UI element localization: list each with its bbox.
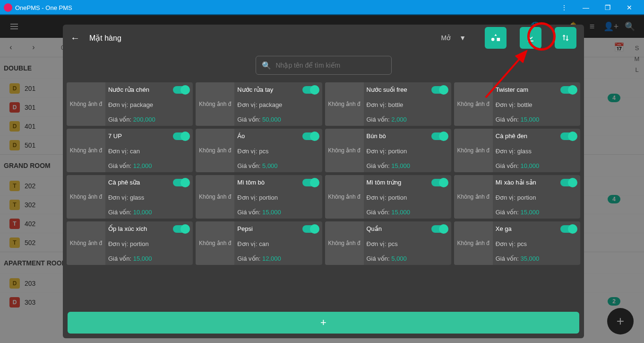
- item-toggle[interactable]: [560, 225, 576, 233]
- item-thumbnail: Không ảnh đ: [325, 221, 364, 265]
- item-thumbnail: Không ảnh đ: [67, 129, 105, 172]
- app-logo-icon: [4, 3, 12, 12]
- item-toggle[interactable]: [431, 179, 447, 186]
- item-toggle[interactable]: [560, 86, 576, 94]
- item-card[interactable]: Không ảnh đMì xào hải sảnĐơn vị: portion…: [454, 175, 580, 219]
- item-toggle[interactable]: [173, 86, 189, 94]
- item-toggle[interactable]: [173, 179, 189, 186]
- item-price: Giá vốn: 200,000: [108, 116, 193, 123]
- item-toggle[interactable]: [431, 86, 447, 94]
- item-card[interactable]: Không ảnh đMì tôm trứngĐơn vị: portionGi…: [325, 175, 451, 219]
- item-toggle[interactable]: [302, 86, 318, 94]
- item-unit: Đơn vị: portion: [237, 194, 322, 201]
- status-dropdown-label: Mở: [441, 34, 451, 42]
- item-price: Giá vốn: 15,000: [367, 162, 451, 169]
- item-unit: Đơn vị: bottle: [496, 101, 580, 108]
- search-icon: 🔍: [262, 61, 271, 70]
- item-price: Giá vốn: 15,000: [237, 209, 322, 216]
- item-thumbnail: Không ảnh đ: [454, 175, 493, 219]
- item-unit: Đơn vị: glass: [108, 194, 193, 201]
- item-card[interactable]: Không ảnh đNước suối freeĐơn vị: bottleG…: [325, 82, 451, 126]
- search-box[interactable]: 🔍: [256, 56, 392, 75]
- modal-title: Mặt hàng: [89, 34, 121, 43]
- item-thumbnail: Không ảnh đ: [196, 175, 234, 219]
- item-price: Giá vốn: 15,000: [367, 209, 451, 216]
- item-unit: Đơn vị: can: [237, 240, 322, 247]
- window-titlebar: OnePMS - One PMS ⋮ — ❐ ✕: [0, 0, 644, 15]
- item-price: Giá vốn: 10,000: [496, 162, 580, 169]
- item-price: Giá vốn: 10,000: [108, 209, 193, 216]
- item-thumbnail: Không ảnh đ: [67, 175, 105, 219]
- item-unit: Đơn vị: portion: [367, 148, 451, 155]
- item-unit: Đơn vị: portion: [496, 194, 580, 201]
- item-price: Giá vốn: 50,000: [237, 116, 322, 123]
- item-card[interactable]: Không ảnh đXe gaĐơn vị: pcsGiá vốn: 35,0…: [454, 221, 580, 265]
- item-price: Giá vốn: 15,000: [496, 209, 580, 216]
- item-card[interactable]: Không ảnh đTwister camĐơn vị: bottleGiá …: [454, 82, 580, 126]
- item-toggle[interactable]: [560, 132, 576, 140]
- item-card[interactable]: Không ảnh đCà phê sữaĐơn vị: glassGiá vố…: [67, 175, 193, 219]
- item-card[interactable]: Không ảnh đÁoĐơn vị: pcsGiá vốn: 5,000: [196, 129, 322, 172]
- item-toggle[interactable]: [560, 179, 576, 186]
- download-button[interactable]: [520, 27, 541, 49]
- window-more-button[interactable]: ⋮: [553, 0, 575, 15]
- item-card[interactable]: Không ảnh đQuầnĐơn vị: pcsGiá vốn: 5,000: [325, 221, 451, 265]
- back-button[interactable]: ←: [70, 33, 80, 44]
- item-card[interactable]: Không ảnh đỐp la xúc xíchĐơn vị: portion…: [67, 221, 193, 265]
- window-maximize-button[interactable]: ❐: [597, 0, 618, 15]
- item-price: Giá vốn: 35,000: [496, 255, 580, 262]
- add-item-button[interactable]: +: [68, 312, 579, 334]
- item-card[interactable]: Không ảnh đPepsiĐơn vị: canGiá vốn: 12,0…: [196, 221, 322, 265]
- item-unit: Đơn vị: bottle: [367, 101, 451, 108]
- item-card[interactable]: Không ảnh đCà phê đenĐơn vị: glassGiá vố…: [454, 129, 580, 172]
- window-close-button[interactable]: ✕: [618, 0, 640, 15]
- item-unit: Đơn vị: portion: [367, 194, 451, 201]
- item-price: Giá vốn: 15,000: [496, 116, 580, 123]
- items-modal: ← Mặt hàng Mở ▼ 🔍 Không ảnh đNước rửa ch…: [63, 25, 584, 338]
- item-toggle[interactable]: [302, 132, 318, 140]
- item-toggle[interactable]: [431, 225, 447, 233]
- item-price: Giá vốn: 12,000: [237, 255, 322, 262]
- item-thumbnail: Không ảnh đ: [67, 82, 105, 126]
- item-card[interactable]: Không ảnh đNước rửa tayĐơn vị: packageGi…: [196, 82, 322, 126]
- item-card[interactable]: Không ảnh đBún bòĐơn vị: portionGiá vốn:…: [325, 129, 451, 172]
- item-card[interactable]: Không ảnh đ7 UPĐơn vị: canGiá vốn: 12,00…: [67, 129, 193, 172]
- category-button[interactable]: [485, 27, 507, 49]
- item-price: Giá vốn: 12,000: [108, 162, 193, 169]
- item-toggle[interactable]: [431, 132, 447, 140]
- item-toggle[interactable]: [302, 225, 318, 233]
- item-toggle[interactable]: [302, 179, 318, 186]
- item-unit: Đơn vị: package: [108, 101, 193, 108]
- item-thumbnail: Không ảnh đ: [196, 221, 234, 265]
- item-unit: Đơn vị: package: [237, 101, 322, 108]
- item-price: Giá vốn: 15,000: [108, 255, 193, 262]
- chevron-down-icon: ▼: [459, 34, 466, 42]
- sort-button[interactable]: [555, 27, 576, 49]
- item-thumbnail: Không ảnh đ: [67, 221, 105, 265]
- item-thumbnail: Không ảnh đ: [454, 82, 493, 126]
- item-unit: Đơn vị: pcs: [367, 240, 451, 247]
- item-price: Giá vốn: 5,000: [237, 162, 322, 169]
- item-unit: Đơn vị: glass: [496, 148, 580, 155]
- window-minimize-button[interactable]: —: [575, 0, 597, 15]
- item-card[interactable]: Không ảnh đMì tôm bòĐơn vị: portionGiá v…: [196, 175, 322, 219]
- item-thumbnail: Không ảnh đ: [196, 82, 234, 126]
- item-card[interactable]: Không ảnh đNước rửa chénĐơn vị: packageG…: [67, 82, 193, 126]
- search-input[interactable]: [276, 62, 386, 69]
- item-thumbnail: Không ảnh đ: [325, 175, 364, 219]
- item-unit: Đơn vị: can: [108, 148, 193, 155]
- item-unit: Đơn vị: pcs: [496, 240, 580, 247]
- window-title: OnePMS - One PMS: [15, 4, 553, 11]
- status-dropdown[interactable]: Mở ▼: [441, 34, 472, 42]
- item-thumbnail: Không ảnh đ: [454, 129, 493, 172]
- item-thumbnail: Không ảnh đ: [325, 82, 364, 126]
- item-toggle[interactable]: [173, 225, 189, 233]
- item-price: Giá vốn: 5,000: [367, 255, 451, 262]
- item-thumbnail: Không ảnh đ: [325, 129, 364, 172]
- item-unit: Đơn vị: portion: [108, 240, 193, 247]
- item-price: Giá vốn: 2,000: [367, 116, 451, 123]
- item-unit: Đơn vị: pcs: [237, 148, 322, 155]
- item-toggle[interactable]: [173, 132, 189, 140]
- item-thumbnail: Không ảnh đ: [196, 129, 234, 172]
- item-thumbnail: Không ảnh đ: [454, 221, 493, 265]
